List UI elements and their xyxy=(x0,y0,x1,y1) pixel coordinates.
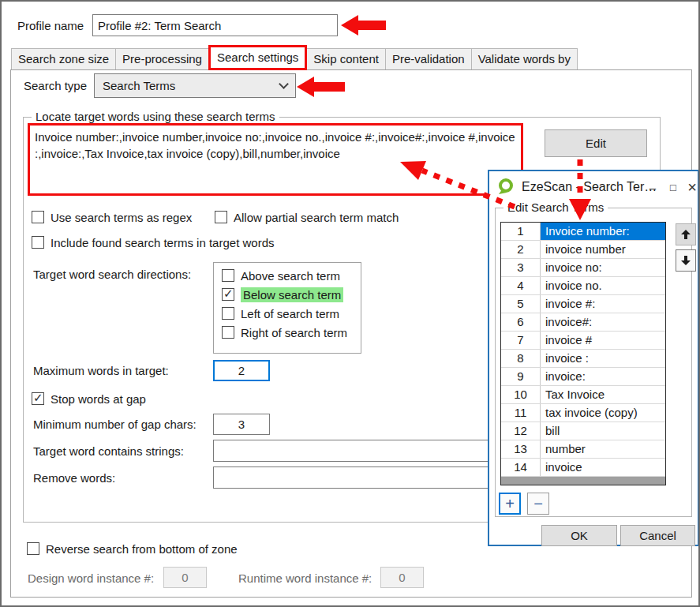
tab-pre-validation[interactable]: Pre-validation xyxy=(385,48,472,70)
row-number: 9 xyxy=(501,368,541,385)
row-number: 10 xyxy=(501,386,541,403)
min-gap-label: Minimum number of gap chars: xyxy=(33,418,197,431)
list-item[interactable]: 12bill xyxy=(501,422,665,440)
direction-left-label: Left of search term xyxy=(241,307,339,320)
direction-below-row: Below search term xyxy=(222,287,343,302)
row-number: 14 xyxy=(501,459,541,476)
maximize-icon[interactable]: □ xyxy=(664,178,682,197)
arrow-up-icon xyxy=(679,228,692,241)
list-item[interactable]: 5invoice #: xyxy=(501,295,665,313)
row-term: invoice xyxy=(541,459,665,476)
edit-terms-group-title: Edit Search Terms xyxy=(503,200,608,214)
stop-words-row: Stop words at gap xyxy=(32,391,146,407)
include-found-label: Include found search terms in target wor… xyxy=(51,236,274,249)
remove-term-button[interactable]: − xyxy=(527,493,549,515)
row-number: 12 xyxy=(501,422,541,440)
partial-match-label: Allow partial search term match xyxy=(234,211,399,224)
search-type-label: Search type xyxy=(24,79,87,92)
tab-search-settings[interactable]: Search settings xyxy=(208,45,307,70)
use-regex-checkbox[interactable] xyxy=(32,211,44,223)
list-item[interactable]: 3invoice no: xyxy=(501,259,665,277)
direction-left-checkbox[interactable] xyxy=(222,307,234,320)
min-gap-input[interactable] xyxy=(213,414,270,435)
list-item[interactable]: 14invoice xyxy=(501,459,665,477)
direction-right-checkbox[interactable] xyxy=(222,326,234,339)
ok-button[interactable]: OK xyxy=(541,525,617,546)
contains-strings-input[interactable] xyxy=(213,440,507,462)
stop-words-checkbox[interactable] xyxy=(32,392,44,405)
list-item[interactable]: 13number xyxy=(501,440,665,459)
move-down-button[interactable] xyxy=(676,249,696,272)
close-icon[interactable]: × xyxy=(683,178,700,197)
runtime-instance-input xyxy=(380,567,424,588)
max-words-input[interactable] xyxy=(213,360,270,381)
list-item[interactable]: 10Tax Invoice xyxy=(501,386,665,404)
remove-words-label: Remove words: xyxy=(33,471,115,485)
remove-words-input[interactable] xyxy=(213,466,507,489)
list-item[interactable]: 8invoice : xyxy=(501,350,665,368)
minimize-icon[interactable]: – xyxy=(644,178,661,197)
directions-label: Target word search directions: xyxy=(33,268,191,281)
reverse-search-checkbox[interactable] xyxy=(27,542,39,555)
row-number: 4 xyxy=(501,277,541,294)
use-regex-label: Use search terms as regex xyxy=(51,211,192,224)
search-terms-textarea[interactable]: Invoice number:,invoice number,invoice n… xyxy=(28,123,523,196)
arrow-down-icon xyxy=(679,254,692,267)
direction-above-label: Above search term xyxy=(241,269,340,283)
chevron-down-icon xyxy=(279,79,289,89)
row-number: 8 xyxy=(501,350,541,367)
list-item[interactable]: 6invoice#: xyxy=(501,313,665,332)
max-words-label: Maximum words in target: xyxy=(33,364,169,377)
direction-right-label: Right of search term xyxy=(241,326,347,339)
row-number: 11 xyxy=(501,404,541,422)
list-item[interactable]: 7invoice # xyxy=(501,332,665,350)
reverse-search-label: Reverse search from bottom of zone xyxy=(46,542,238,556)
list-item[interactable]: 1Invoice number: xyxy=(501,223,665,241)
row-term: invoice : xyxy=(541,350,665,367)
tab-search-zone-size[interactable]: Search zone size xyxy=(11,48,116,70)
tab-strip: Search zone size Pre-processing Search s… xyxy=(12,48,578,70)
profile-pointer-arrow xyxy=(341,15,386,36)
stop-words-label: Stop words at gap xyxy=(51,392,146,406)
dialog-titlebar[interactable]: EzeScan - Search Ter… – □ × xyxy=(489,171,698,203)
row-number: 13 xyxy=(501,440,541,458)
horizontal-scrollbar[interactable] xyxy=(501,477,665,485)
tab-pre-processing[interactable]: Pre-processing xyxy=(115,48,209,70)
direction-below-checkbox[interactable] xyxy=(222,288,234,301)
profile-name-input[interactable] xyxy=(92,14,338,36)
include-found-checkbox[interactable] xyxy=(32,236,44,249)
row-number: 1 xyxy=(501,223,541,240)
direction-above-checkbox[interactable] xyxy=(222,269,234,282)
direction-above-row: Above search term xyxy=(222,268,340,283)
profile-name-label: Profile name xyxy=(17,19,84,32)
runtime-instance-label: Runtime word instance #: xyxy=(238,571,372,585)
tab-skip-content[interactable]: Skip content xyxy=(306,48,386,70)
direction-right-row: Right of search term xyxy=(222,324,347,340)
search-type-dropdown[interactable]: Search Terms xyxy=(94,73,296,98)
move-up-button[interactable] xyxy=(676,223,696,245)
dialog-title: EzeScan - Search Ter… xyxy=(522,180,657,194)
direction-below-label: Below search term xyxy=(241,287,343,302)
use-regex-row: Use search terms as regex xyxy=(32,209,192,225)
search-terms-list[interactable]: 1Invoice number:2invoice number3invoice … xyxy=(500,222,666,485)
list-item[interactable]: 2invoice number xyxy=(501,241,665,259)
search-terms-text: Invoice number:,invoice number,invoice n… xyxy=(35,130,515,160)
edit-button[interactable]: Edit xyxy=(545,129,647,157)
reverse-search-row: Reverse search from bottom of zone xyxy=(27,541,238,556)
cancel-button[interactable]: Cancel xyxy=(620,525,695,546)
list-item[interactable]: 11tax invoice (copy) xyxy=(501,404,665,422)
list-item[interactable]: 9invoice: xyxy=(501,368,665,386)
row-term: bill xyxy=(541,422,665,440)
search-type-value: Search Terms xyxy=(103,79,175,92)
row-term: invoice no: xyxy=(541,259,665,276)
row-number: 7 xyxy=(501,332,541,349)
tab-validate-words-by[interactable]: Validate words by xyxy=(471,48,578,70)
row-term: invoice: xyxy=(541,368,665,385)
list-item[interactable]: 4invoice no. xyxy=(501,277,665,295)
row-term: invoice#: xyxy=(541,313,665,331)
row-number: 2 xyxy=(501,241,541,258)
row-term: invoice #: xyxy=(541,295,665,313)
partial-match-checkbox[interactable] xyxy=(215,211,227,223)
add-term-button[interactable]: + xyxy=(499,493,521,515)
include-found-row: Include found search terms in target wor… xyxy=(32,234,274,250)
